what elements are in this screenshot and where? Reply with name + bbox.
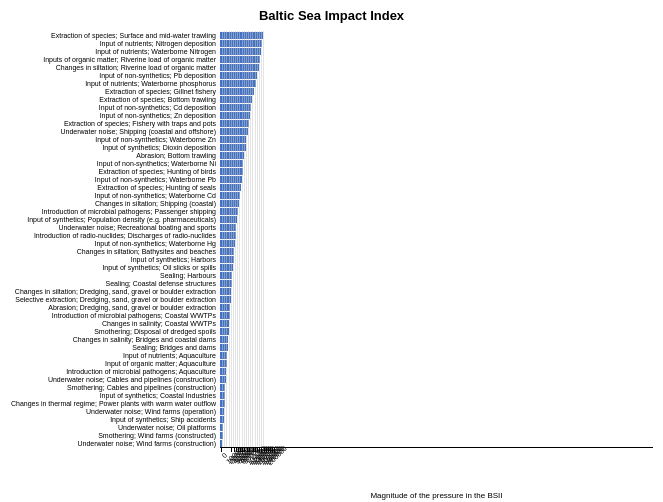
y-label: Smothering; Disposal of dredged spoils bbox=[10, 327, 220, 335]
y-label: Introduction of radio-nuclides; Discharg… bbox=[10, 231, 220, 239]
y-label: Extraction of species; Gillnet fishery bbox=[10, 87, 220, 95]
bar bbox=[220, 304, 230, 311]
bar-row bbox=[220, 199, 653, 207]
chart-container: Baltic Sea Impact Index Extraction of sp… bbox=[0, 0, 663, 502]
bar bbox=[220, 352, 227, 359]
bar-row bbox=[220, 327, 653, 335]
bar-row bbox=[220, 343, 653, 351]
bar bbox=[220, 368, 226, 375]
y-label: Introduction of microbial pathogens; Aqu… bbox=[10, 367, 220, 375]
bar-row bbox=[220, 399, 653, 407]
bar-row bbox=[220, 375, 653, 383]
bar bbox=[220, 376, 226, 383]
y-label: Underwater noise; Shipping (coastal and … bbox=[10, 127, 220, 135]
bar-row bbox=[220, 31, 653, 39]
bar-row bbox=[220, 351, 653, 359]
bar bbox=[220, 296, 231, 303]
bar bbox=[220, 424, 223, 431]
bar bbox=[220, 328, 229, 335]
y-label: Smothering; Cables and pipelines (constr… bbox=[10, 383, 220, 391]
bar-row bbox=[220, 103, 653, 111]
bar-row bbox=[220, 127, 653, 135]
bar-row bbox=[220, 415, 653, 423]
bar-row bbox=[220, 335, 653, 343]
x-axis-label: Magnitude of the pressure in the BSII bbox=[220, 491, 653, 500]
bar-row bbox=[220, 71, 653, 79]
bar-row bbox=[220, 87, 653, 95]
bar-row bbox=[220, 359, 653, 367]
bar bbox=[220, 432, 223, 439]
bar bbox=[220, 256, 234, 263]
y-label: Extraction of species; Surface and mid-w… bbox=[10, 31, 220, 39]
y-label: Extraction of species; Bottom trawling bbox=[10, 95, 220, 103]
bar-row bbox=[220, 63, 653, 71]
y-label: Inputs of organic matter; Riverine load … bbox=[10, 55, 220, 63]
bar-row bbox=[220, 295, 653, 303]
bar-row bbox=[220, 191, 653, 199]
bar bbox=[220, 104, 251, 111]
y-label: Underwater noise; Oil platforms bbox=[10, 423, 220, 431]
y-label: Changes in siltation; Shipping (coastal) bbox=[10, 199, 220, 207]
bar bbox=[220, 120, 249, 127]
bar bbox=[220, 192, 240, 199]
bar-row bbox=[220, 79, 653, 87]
bar bbox=[220, 408, 224, 415]
y-label: Sealing; Bridges and dams bbox=[10, 343, 220, 351]
bar-row bbox=[220, 143, 653, 151]
bar bbox=[220, 152, 244, 159]
bar-row bbox=[220, 55, 653, 63]
y-label: Input of non-synthetics; Waterborne Ni bbox=[10, 159, 220, 167]
y-label: Extraction of species; Hunting of seals bbox=[10, 183, 220, 191]
bar bbox=[220, 64, 259, 71]
bar bbox=[220, 416, 224, 423]
bar bbox=[220, 216, 237, 223]
y-label: Introduction of microbial pathogens; Pas… bbox=[10, 207, 220, 215]
bar-row bbox=[220, 111, 653, 119]
y-label: Input of non-synthetics; Waterborne Cd bbox=[10, 191, 220, 199]
chart-title: Baltic Sea Impact Index bbox=[10, 8, 653, 23]
bar-row bbox=[220, 407, 653, 415]
bar-row bbox=[220, 135, 653, 143]
bar-row bbox=[220, 39, 653, 47]
y-label: Input of synthetics; Population density … bbox=[10, 215, 220, 223]
y-label: Extraction of species; Fishery with trap… bbox=[10, 119, 220, 127]
y-label: Introduction of microbial pathogens; Coa… bbox=[10, 311, 220, 319]
bar bbox=[220, 400, 225, 407]
y-label: Changes in thermal regime; Power plants … bbox=[10, 399, 220, 407]
y-label: Changes in siltation; Riverine load of o… bbox=[10, 63, 220, 71]
bar-row bbox=[220, 383, 653, 391]
y-labels: Extraction of species; Surface and mid-w… bbox=[10, 31, 220, 447]
bar bbox=[220, 112, 250, 119]
y-label: Changes in siltation; Dredging, sand, gr… bbox=[10, 287, 220, 295]
y-label: Changes in salinity; Coastal WWTPs bbox=[10, 319, 220, 327]
bar bbox=[220, 280, 232, 287]
y-label: Input of nutrients; Nitrogen deposition bbox=[10, 39, 220, 47]
y-label: Selective extraction; Dredging, sand, gr… bbox=[10, 295, 220, 303]
y-label: Underwater noise; Wind farms (operation) bbox=[10, 407, 220, 415]
chart-area: Extraction of species; Surface and mid-w… bbox=[10, 31, 653, 447]
bar-row bbox=[220, 247, 653, 255]
bar bbox=[220, 208, 238, 215]
bar-row bbox=[220, 367, 653, 375]
bar bbox=[220, 88, 254, 95]
bar bbox=[220, 272, 232, 279]
y-label: Input of non-synthetics; Waterborne Zn bbox=[10, 135, 220, 143]
y-label: Input of synthetics; Ship accidents bbox=[10, 415, 220, 423]
bar-row bbox=[220, 279, 653, 287]
bar-row bbox=[220, 287, 653, 295]
bar bbox=[220, 144, 246, 151]
bar-row bbox=[220, 215, 653, 223]
bar bbox=[220, 184, 241, 191]
bar-row bbox=[220, 311, 653, 319]
bar-row bbox=[220, 255, 653, 263]
bar-row bbox=[220, 47, 653, 55]
y-label: Input of organic matter; Aquaculture bbox=[10, 359, 220, 367]
bar-row bbox=[220, 271, 653, 279]
bar bbox=[220, 176, 242, 183]
bar-row bbox=[220, 159, 653, 167]
bar-row bbox=[220, 207, 653, 215]
y-label: Sealing; Harbours bbox=[10, 271, 220, 279]
y-label: Sealing; Coastal defense structures bbox=[10, 279, 220, 287]
y-label: Input of synthetics; Dioxin deposition bbox=[10, 143, 220, 151]
bar bbox=[220, 80, 256, 87]
